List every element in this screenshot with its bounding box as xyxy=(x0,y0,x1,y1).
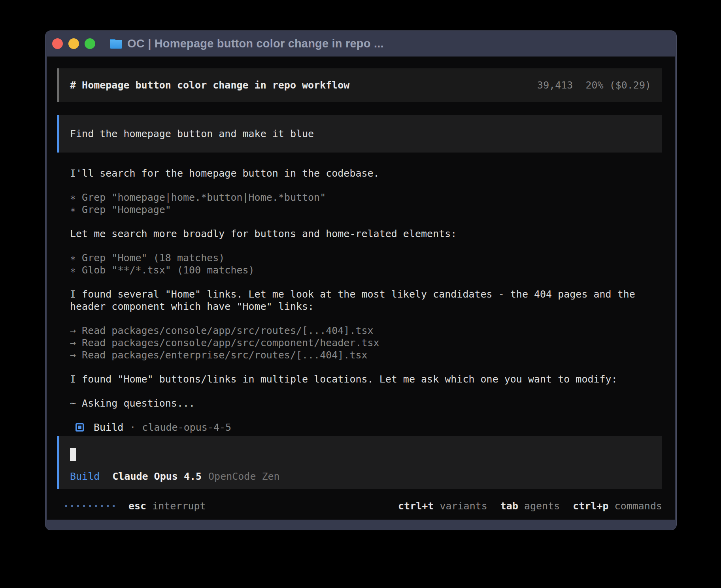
status-hints: ctrl+tvariantstabagentsctrl+pcommands xyxy=(398,500,662,512)
spinner-dot xyxy=(113,505,115,507)
folder-icon xyxy=(110,39,122,49)
window-title: OC | Homepage button color change in rep… xyxy=(127,37,384,50)
user-message-text: Find the homepage button and make it blu… xyxy=(70,128,314,139)
terminal-window: OC | Homepage button color change in rep… xyxy=(45,30,677,530)
context-usage: 20% ($0.29) xyxy=(585,79,651,91)
task-model-name: claude-opus-4-5 xyxy=(142,421,231,433)
status-bar-left: esc interrupt xyxy=(65,500,206,512)
prompt-input[interactable]: Build Claude Opus 4.5 OpenCode Zen xyxy=(57,436,662,489)
assistant-text: Let me search more broadly for buttons a… xyxy=(70,228,665,240)
spinner-dot xyxy=(95,505,97,507)
spinner-dot xyxy=(107,505,109,507)
spinner xyxy=(65,505,115,507)
hint-key: ctrl+p xyxy=(573,500,608,512)
spinner-dot xyxy=(77,505,79,507)
tool-call-line: ∗ Glob "**/*.tsx" (100 matches) xyxy=(70,264,665,276)
terminal-view: # Homepage button color change in repo w… xyxy=(47,57,675,520)
esc-label: interrupt xyxy=(152,500,206,512)
keyboard-hint: ctrl+pcommands xyxy=(573,500,662,512)
tool-call-group: → Read packages/console/app/src/routes/[… xyxy=(70,324,665,361)
input-provider-name: OpenCode Zen xyxy=(208,470,280,482)
assistant-text: I found several "Home" links. Let me loo… xyxy=(70,288,665,313)
close-button[interactable] xyxy=(52,38,63,49)
tool-call-group: ∗ Grep "Home" (18 matches)∗ Glob "**/*.t… xyxy=(70,252,665,276)
tool-call-line: ∗ Grep "Homepage" xyxy=(70,204,665,216)
tool-call-line: → Read packages/enterprise/src/routes/[.… xyxy=(70,349,665,361)
user-message: Find the homepage button and make it blu… xyxy=(57,115,662,153)
spinner-dot xyxy=(101,505,103,507)
tool-call-line: → Read packages/console/app/src/componen… xyxy=(70,337,665,349)
task-status-line: Build · claude-opus-4-5 xyxy=(75,421,662,433)
hint-label: variants xyxy=(440,500,487,512)
esc-key: esc xyxy=(128,500,146,512)
zoom-button[interactable] xyxy=(85,38,95,49)
session-header: # Homepage button color change in repo w… xyxy=(57,68,662,102)
traffic-lights xyxy=(52,38,95,49)
minimize-button[interactable] xyxy=(68,38,79,49)
assistant-text: ~ Asking questions... xyxy=(70,397,665,409)
window-titlebar[interactable]: OC | Homepage button color change in rep… xyxy=(45,31,676,57)
spinner-dot xyxy=(65,505,67,507)
agent-icon xyxy=(75,423,84,432)
hint-key: ctrl+t xyxy=(398,500,434,512)
keyboard-hint: tabagents xyxy=(500,500,560,512)
hint-key: tab xyxy=(500,500,518,512)
spinner-dot xyxy=(71,505,73,507)
input-model-name: Claude Opus 4.5 xyxy=(112,470,202,482)
tool-call-line: ∗ Grep "Home" (18 matches) xyxy=(70,252,665,264)
text-cursor xyxy=(70,448,76,461)
assistant-text: I'll search for the homepage button in t… xyxy=(70,167,665,179)
spinner-dot xyxy=(83,505,85,507)
task-agent-name: Build xyxy=(94,421,123,433)
model-status-line: Build Claude Opus 4.5 OpenCode Zen xyxy=(70,470,651,482)
input-agent-name: Build xyxy=(70,470,100,482)
session-title: # Homepage button color change in repo w… xyxy=(70,79,349,91)
session-stats: 39,413 20% ($0.29) xyxy=(537,79,651,91)
status-bar: esc interrupt ctrl+tvariantstabagentsctr… xyxy=(65,500,662,512)
keyboard-hint: ctrl+tvariants xyxy=(398,500,487,512)
tool-call-group: ∗ Grep "homepage|home.*button|Home.*butt… xyxy=(70,191,665,216)
spinner-dot xyxy=(89,505,91,507)
token-count: 39,413 xyxy=(537,79,573,91)
hint-label: commands xyxy=(615,500,662,512)
transcript: I'll search for the homepage button in t… xyxy=(70,167,665,409)
task-separator: · xyxy=(130,421,136,433)
tool-call-line: ∗ Grep "homepage|home.*button|Home.*butt… xyxy=(70,191,665,204)
hint-label: agents xyxy=(524,500,560,512)
tool-call-line: → Read packages/console/app/src/routes/[… xyxy=(70,324,665,337)
assistant-text: I found "Home" buttons/links in multiple… xyxy=(70,373,665,385)
